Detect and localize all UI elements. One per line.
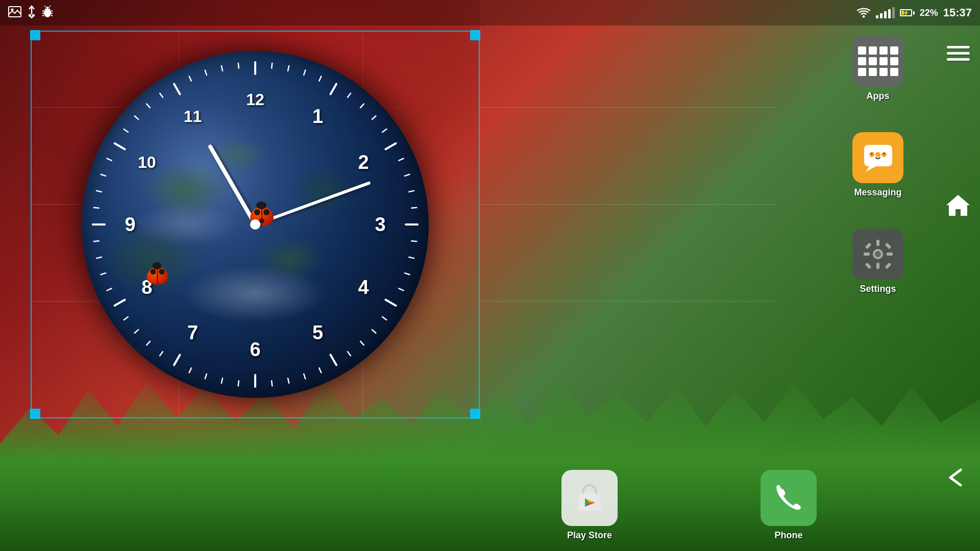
- status-right-icons: ⚡ 22% 15:37: [856, 6, 972, 19]
- svg-line-21: [51, 15, 53, 16]
- svg-point-86: [875, 152, 880, 157]
- svg-rect-98: [885, 242, 891, 249]
- svg-line-19: [51, 11, 53, 11]
- apps-grid-dots: [853, 41, 903, 81]
- apps-icon: [852, 36, 903, 87]
- home-button[interactable]: [945, 194, 971, 219]
- svg-rect-96: [887, 253, 893, 256]
- gear-svg: [862, 238, 895, 271]
- hamburger-icon: [947, 46, 970, 61]
- battery-percentage: 22%: [920, 8, 938, 18]
- settings-launcher[interactable]: Settings: [852, 229, 903, 294]
- svg-line-16: [42, 11, 44, 11]
- right-panel: Apps Messaging: [776, 0, 980, 551]
- svg-marker-84: [866, 166, 876, 172]
- svg-line-15: [50, 6, 51, 7]
- clock-number-3: 3: [375, 214, 385, 236]
- apps-launcher[interactable]: Apps: [852, 36, 903, 102]
- settings-label: Settings: [860, 284, 896, 294]
- clock-face: 121234567891011: [82, 51, 429, 398]
- svg-point-89: [883, 153, 885, 155]
- usb-icon: [27, 5, 37, 21]
- clock-number-10: 10: [138, 153, 156, 171]
- clock-number-2: 2: [358, 151, 369, 173]
- home-icon: [945, 194, 971, 217]
- svg-point-92: [875, 251, 881, 257]
- phone-launcher[interactable]: Phone: [761, 470, 817, 541]
- svg-rect-93: [876, 240, 879, 246]
- clock-number-5: 5: [312, 322, 323, 344]
- svg-line-18: [42, 15, 44, 16]
- svg-rect-94: [876, 263, 879, 269]
- clock-number-11: 11: [184, 107, 202, 126]
- svg-rect-99: [865, 262, 871, 269]
- status-bar: ⚡ 22% 15:37: [0, 0, 980, 26]
- play-store-icon: [561, 470, 618, 526]
- phone-icon: [761, 470, 817, 526]
- grid-line-h5: [480, 107, 776, 108]
- svg-point-88: [871, 153, 872, 155]
- svg-marker-90: [946, 195, 970, 216]
- clock-number-4: 4: [358, 276, 369, 298]
- clock-center-dot: [250, 219, 260, 230]
- signal-bars-icon: [876, 7, 895, 18]
- clock-number-12: 12: [246, 90, 264, 109]
- svg-rect-95: [864, 253, 870, 256]
- clock-number-7: 7: [187, 322, 198, 344]
- clock-widget[interactable]: 121234567891011: [31, 31, 480, 418]
- image-icon: [8, 6, 21, 20]
- phone-svg: [775, 484, 803, 512]
- playstore-svg: [572, 480, 607, 516]
- phone-label: Phone: [774, 530, 802, 541]
- messaging-label: Messaging: [854, 187, 901, 198]
- hamburger-menu[interactable]: [947, 46, 970, 61]
- bug-icon: [42, 5, 53, 21]
- svg-point-22: [862, 15, 865, 18]
- svg-line-14: [44, 6, 45, 7]
- wifi-icon: [856, 7, 871, 18]
- messaging-launcher[interactable]: Messaging: [852, 132, 903, 198]
- settings-icon: [852, 229, 903, 280]
- back-icon: [945, 467, 971, 488]
- bottom-app-row: Play Store Phone: [480, 470, 898, 541]
- clock-number-6: 6: [250, 339, 260, 361]
- grid-line-h4: [480, 204, 776, 205]
- clock-number-9: 9: [125, 214, 135, 236]
- back-button[interactable]: [945, 467, 971, 490]
- svg-rect-100: [885, 262, 891, 269]
- apps-label: Apps: [867, 91, 890, 102]
- play-store-label: Play Store: [567, 530, 612, 541]
- battery-icon: ⚡: [900, 9, 915, 16]
- status-left-icons: [8, 5, 53, 21]
- status-time: 15:37: [943, 6, 972, 19]
- grid-line-h6: [480, 301, 776, 302]
- svg-point-13: [48, 7, 50, 9]
- clock-number-1: 1: [312, 105, 323, 127]
- svg-rect-97: [865, 242, 871, 249]
- play-store-launcher[interactable]: Play Store: [561, 470, 618, 541]
- svg-point-12: [45, 7, 47, 9]
- ladybug-8: [146, 267, 169, 286]
- messaging-icon: [852, 132, 903, 183]
- message-bubble-svg: [862, 142, 895, 173]
